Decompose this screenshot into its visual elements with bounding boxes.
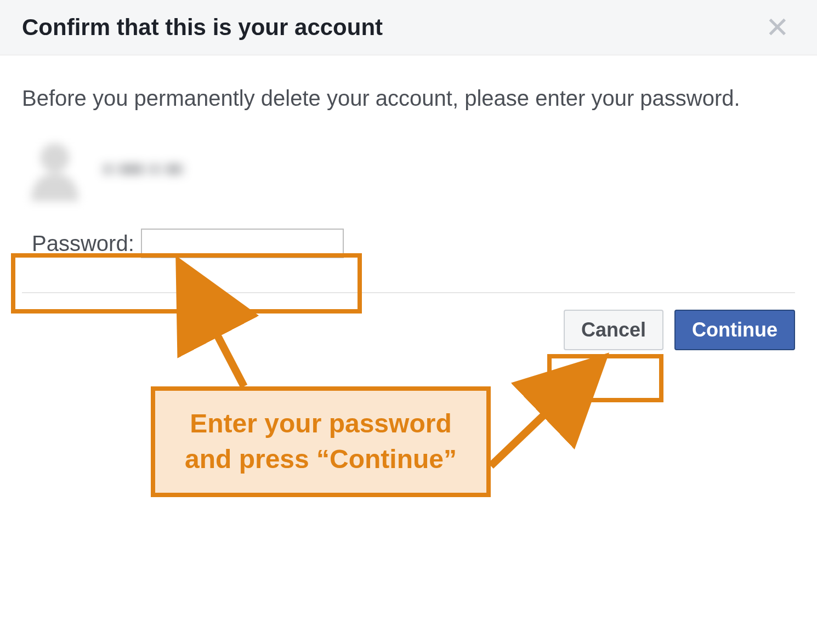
password-label: Password: <box>32 231 134 256</box>
svg-point-1 <box>41 143 70 172</box>
cancel-button[interactable]: Cancel <box>564 310 663 350</box>
close-icon[interactable]: ✕ <box>760 11 795 44</box>
continue-button[interactable]: Continue <box>674 310 795 350</box>
confirm-account-dialog: Confirm that this is your account ✕ Befo… <box>0 0 817 372</box>
annotation-callout: Enter your password and press “Continue” <box>151 386 491 497</box>
password-block: Password: <box>22 222 354 265</box>
dialog-title: Confirm that this is your account <box>22 14 383 41</box>
user-row: ▪ ▪▪▪ ▪ ▪▪ <box>22 135 795 201</box>
password-input[interactable] <box>141 229 344 258</box>
dialog-header: Confirm that this is your account ✕ <box>0 0 817 55</box>
instruction-text: Before you permanently delete your accou… <box>22 83 795 113</box>
dialog-body: Before you permanently delete your accou… <box>0 55 817 293</box>
avatar-icon <box>22 135 88 201</box>
username-obscured: ▪ ▪▪▪ ▪ ▪▪ <box>104 156 183 181</box>
svg-line-4 <box>491 406 554 466</box>
dialog-footer: Cancel Continue <box>0 293 817 372</box>
